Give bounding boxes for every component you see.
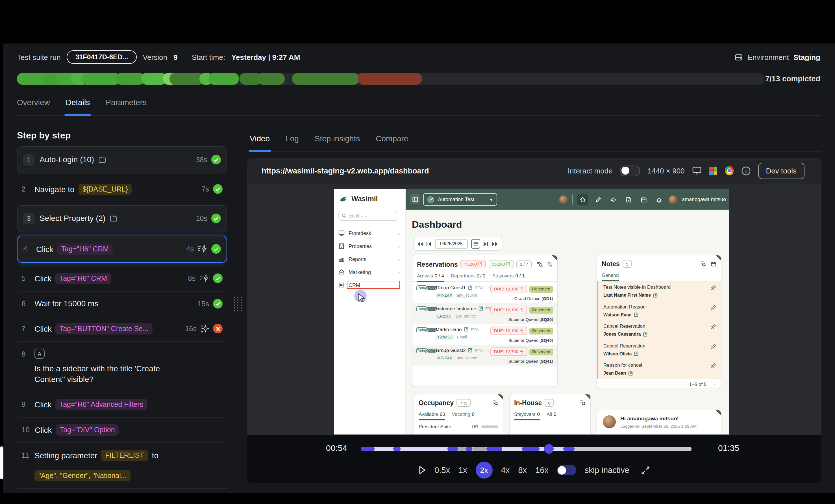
reservation-row[interactable]: Today09/27Group Guest2ETA: --:--MINZAXan… (412, 345, 557, 366)
note-item[interactable]: Reason for cancelJean Dean (598, 359, 721, 379)
progress-segment[interactable] (81, 73, 120, 85)
open-reservation-icon[interactable] (464, 327, 469, 332)
prev-day-icon[interactable] (427, 242, 432, 246)
page-scroll-indicator[interactable] (0, 446, 3, 479)
notes-calendar-icon[interactable] (711, 261, 716, 267)
step-item-8[interactable]: 8AIs the a sidebar with the title 'Creat… (17, 342, 227, 392)
reservation-row[interactable]: Today09/27lastname firstnameETA: --:--ER… (412, 303, 557, 324)
tab-general[interactable]: General (602, 273, 619, 281)
playhead[interactable] (544, 444, 554, 454)
reservation-row[interactable]: Today09/27Martin DarioETA: --:--T29M3DEm… (412, 324, 557, 345)
date-picker-button[interactable] (471, 239, 480, 248)
user-name[interactable]: amanogawa mitsuo (682, 197, 726, 202)
open-note-icon[interactable] (643, 332, 648, 337)
progress-segment[interactable] (358, 73, 422, 85)
rewind-icon[interactable] (417, 242, 423, 246)
workspace-avatar[interactable] (559, 195, 568, 204)
tab-parameters[interactable]: Parameters (106, 98, 147, 115)
open-reservation-icon[interactable] (468, 285, 473, 290)
page-url[interactable]: https://wasimil-staging-v2.web.app/dashb… (262, 166, 429, 175)
pin-icon[interactable] (711, 304, 716, 310)
mini-nav-marketing[interactable]: Marketing⌄ (334, 266, 405, 279)
open-note-icon[interactable] (628, 371, 633, 376)
date-field[interactable]: 09/26/2025 (435, 239, 468, 248)
note-item[interactable]: Cancel ReservationJones Cassandra (598, 320, 721, 340)
speed-0-5x[interactable]: 0.5x (434, 466, 450, 475)
step-item-1[interactable]: 1Auto-Login (10)38s (17, 146, 227, 174)
calendar-icon[interactable] (638, 194, 649, 205)
tab-departures[interactable]: Departures2 / 2 (451, 273, 486, 281)
step-item-2[interactable]: 2Navigate to${BASE_URL}7s (17, 177, 227, 202)
tab-overview[interactable]: Overview (17, 98, 50, 115)
sort-icon[interactable] (547, 261, 552, 267)
tab-inhouse-all[interactable]: All0 (547, 411, 556, 420)
tab-video[interactable]: Video (250, 134, 270, 152)
pin-icon[interactable] (711, 343, 716, 349)
mini-nav-properties[interactable]: Properties⌄ (334, 240, 405, 253)
windows-icon[interactable] (709, 166, 717, 175)
open-note-icon[interactable] (634, 351, 638, 356)
mini-nav-reports[interactable]: Reports⌄ (334, 253, 405, 266)
speed-8x[interactable]: 8x (518, 466, 527, 475)
tab-stayovers[interactable]: Stayovers0 / 1 (492, 273, 525, 281)
play-icon[interactable] (419, 466, 426, 475)
speed-2x[interactable]: 2x (476, 462, 493, 479)
step-item-11[interactable]: 11Setting parameterFILTERLISTto"Age", "G… (17, 443, 227, 489)
tab-inhouse-stayovers[interactable]: Stayovers0 (514, 411, 540, 420)
speed-4x[interactable]: 4x (501, 466, 510, 475)
monitor-icon[interactable] (692, 166, 702, 175)
progress-segment[interactable] (169, 73, 204, 85)
step-item-12[interactable]: 12Resize viewport to5120,2880 (17, 489, 227, 493)
mini-nav-crm[interactable]: CRM⌄ (334, 279, 405, 291)
fast-forward-icon[interactable] (492, 242, 498, 246)
filter-search-icon[interactable] (537, 261, 543, 267)
step-item-5[interactable]: 5ClickTag="H6" CRM8s (17, 266, 227, 291)
next-page-icon[interactable]: › (713, 381, 715, 387)
tab-step-insights[interactable]: Step insights (315, 134, 360, 152)
step-item-7[interactable]: 7ClickTag="BUTTON" Create Se...16s (17, 317, 227, 342)
new-document-icon[interactable] (623, 194, 634, 205)
skip-inactive-toggle[interactable] (557, 465, 576, 475)
user-avatar[interactable] (669, 195, 677, 204)
open-reservation-icon[interactable] (468, 348, 473, 352)
sidebar-collapse-icon[interactable] (410, 194, 420, 204)
mini-search-input[interactable]: ctrl/⌘ + k (339, 211, 397, 221)
notes-search-icon[interactable] (700, 261, 706, 267)
reservation-row[interactable]: Today09/27Group Guest1ETA: --:--MINZAXan… (412, 282, 557, 303)
speed-1x[interactable]: 1x (459, 466, 467, 475)
progress-segment[interactable] (208, 73, 239, 85)
mini-brand[interactable]: Wasimil (340, 195, 378, 203)
progress-segment[interactable] (116, 73, 145, 85)
tab-compare[interactable]: Compare (376, 134, 408, 152)
tab-arrivals[interactable]: Arrivals0 / 4 (417, 273, 444, 281)
housekeeping-icon[interactable] (593, 194, 603, 205)
step-item-6[interactable]: 6Wait for 15000 ms15s (17, 291, 227, 317)
next-day-icon[interactable] (484, 242, 489, 246)
tab-available[interactable]: Available60 (419, 411, 445, 420)
note-item[interactable]: Test Notes visible in DashboardLast Name… (598, 281, 721, 301)
dev-tools-button[interactable]: Dev tools (758, 162, 805, 179)
pin-icon[interactable] (711, 324, 716, 329)
progress-segment[interactable] (292, 73, 359, 85)
open-reservation-icon[interactable] (478, 306, 483, 311)
home-icon[interactable] (577, 194, 588, 205)
pin-icon[interactable] (711, 363, 716, 368)
inhouse-search-icon[interactable] (579, 400, 586, 406)
chrome-icon[interactable] (725, 166, 734, 175)
announcement-icon[interactable] (608, 194, 618, 205)
note-item[interactable]: Cancel ReservationWilson Olivia (598, 340, 721, 359)
speed-16x[interactable]: 16x (535, 466, 549, 475)
note-item[interactable]: Automation ReasonWatson Evan (598, 301, 721, 320)
progress-segment[interactable] (257, 73, 284, 85)
mini-nav-frontdesk[interactable]: Frontdesk⌄ (334, 226, 405, 240)
occupancy-row[interactable]: President Suite 0/1 (414, 420, 503, 433)
fullscreen-icon[interactable] (641, 466, 650, 474)
pane-drag-handle[interactable] (234, 297, 242, 311)
tab-details[interactable]: Details (66, 98, 90, 115)
run-id-pill[interactable]: 31F0417D-6ED... (67, 50, 137, 64)
bell-icon[interactable] (654, 194, 665, 205)
step-item-9[interactable]: 9ClickTag="H6" Advanced Filters (17, 392, 227, 418)
info-icon[interactable] (741, 166, 751, 176)
tab-vacating[interactable]: Vacating0 (452, 411, 474, 420)
open-note-icon[interactable] (634, 313, 638, 317)
